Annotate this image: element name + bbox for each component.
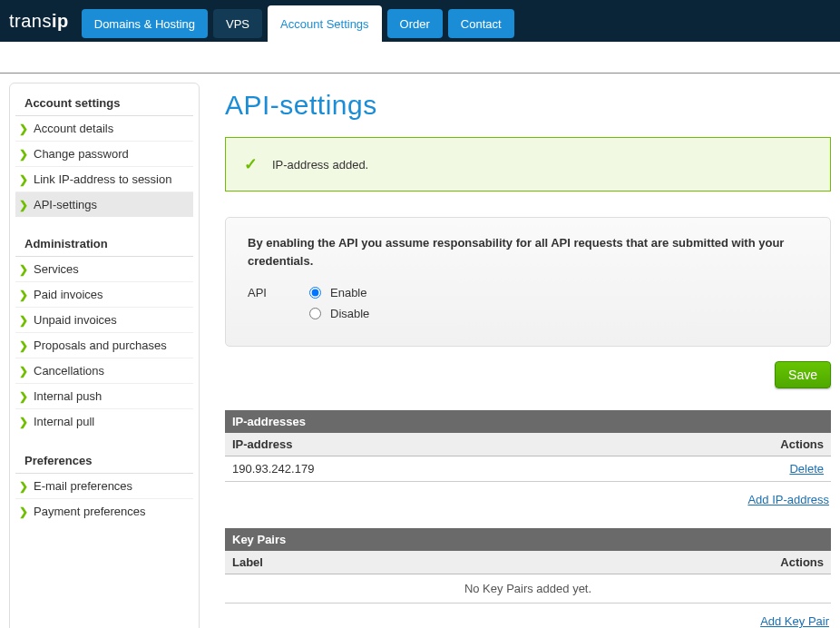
chevron-right-icon: ❯ xyxy=(19,505,28,518)
ip-col-ip: IP-address xyxy=(225,433,604,456)
brand-part1: trans xyxy=(9,11,52,31)
key-col-label: Label xyxy=(225,551,492,574)
sidebar-item-cancellations[interactable]: ❯Cancellations xyxy=(15,358,193,384)
save-button[interactable]: Save xyxy=(775,361,831,388)
sidebar-list-pref: ❯E-mail preferences ❯Payment preferences xyxy=(15,474,193,524)
sidebar-item-proposals[interactable]: ❯Proposals and purchases xyxy=(15,333,193,358)
sidebar-list-account: ❯Account details ❯Change password ❯Link … xyxy=(15,116,193,217)
radio-enable-input[interactable] xyxy=(309,287,321,299)
nav-account-settings[interactable]: Account Settings xyxy=(268,5,382,42)
sidebar-item-email-pref[interactable]: ❯E-mail preferences xyxy=(15,474,193,499)
table-row: 190.93.242.179 Delete xyxy=(225,456,831,482)
sidebar-item-internal-push[interactable]: ❯Internal push xyxy=(15,384,193,409)
ip-cell: 190.93.242.179 xyxy=(225,456,604,482)
chevron-right-icon: ❯ xyxy=(19,199,28,211)
chevron-right-icon: ❯ xyxy=(19,148,28,161)
main-nav: Domains & Hosting VPS Account Settings O… xyxy=(82,0,514,42)
keypair-table: Key Pairs Label Actions No Key Pairs add… xyxy=(225,528,831,603)
sidebar-item-change-password[interactable]: ❯Change password xyxy=(15,142,193,167)
topbar: transip Domains & Hosting VPS Account Se… xyxy=(0,0,840,42)
chevron-right-icon: ❯ xyxy=(19,416,28,428)
panel-description: By enabling the API you assume responsab… xyxy=(248,234,808,270)
sidebar-list-admin: ❯Services ❯Paid invoices ❯Unpaid invoice… xyxy=(15,257,193,434)
chevron-right-icon: ❯ xyxy=(19,263,28,276)
api-panel: By enabling the API you assume responsab… xyxy=(225,217,831,347)
nav-order[interactable]: Order xyxy=(387,9,443,38)
nav-vps[interactable]: VPS xyxy=(213,9,262,38)
sidebar-item-internal-pull[interactable]: ❯Internal pull xyxy=(15,409,193,434)
sidebar-item-paid-invoices[interactable]: ❯Paid invoices xyxy=(15,282,193,308)
sidebar-item-api-settings[interactable]: ❯API-settings xyxy=(15,192,193,217)
api-label: API xyxy=(248,286,269,299)
chevron-right-icon: ❯ xyxy=(19,173,28,186)
main-content: API-settings ✓ IP-address added. By enab… xyxy=(225,83,831,628)
chevron-right-icon: ❯ xyxy=(19,339,28,352)
chevron-right-icon: ❯ xyxy=(19,480,28,493)
check-icon: ✓ xyxy=(244,154,258,174)
alert-text: IP-address added. xyxy=(272,158,368,172)
key-col-actions: Actions xyxy=(492,551,831,574)
add-ip-link[interactable]: Add IP-address xyxy=(747,493,829,506)
chevron-right-icon: ❯ xyxy=(19,289,28,301)
key-table-title: Key Pairs xyxy=(225,528,831,551)
chevron-right-icon: ❯ xyxy=(19,314,28,327)
sidebar: Account settings ❯Account details ❯Chang… xyxy=(9,83,200,628)
delete-link[interactable]: Delete xyxy=(789,462,824,476)
sidebar-item-account-details[interactable]: ❯Account details xyxy=(15,116,193,142)
radio-disable[interactable]: Disable xyxy=(309,307,369,320)
chevron-right-icon: ❯ xyxy=(19,390,28,403)
sidebar-item-payment-pref[interactable]: ❯Payment preferences xyxy=(15,499,193,524)
container: Account settings ❯Account details ❯Chang… xyxy=(0,74,840,628)
key-empty: No Key Pairs added yet. xyxy=(225,574,831,603)
sidebar-heading-pref: Preferences xyxy=(15,446,193,474)
sidebar-heading-admin: Administration xyxy=(15,230,193,257)
ip-table: IP-addresses IP-address Actions 190.93.2… xyxy=(225,410,831,482)
add-keypair-link[interactable]: Add Key Pair xyxy=(760,614,829,628)
chevron-right-icon: ❯ xyxy=(19,123,28,135)
success-alert: ✓ IP-address added. xyxy=(225,137,831,191)
radio-enable[interactable]: Enable xyxy=(309,286,366,299)
sidebar-item-unpaid-invoices[interactable]: ❯Unpaid invoices xyxy=(15,308,193,333)
sidebar-item-link-ip[interactable]: ❯Link IP-address to session xyxy=(15,167,193,192)
brand-logo[interactable]: transip xyxy=(9,11,69,32)
nav-domains[interactable]: Domains & Hosting xyxy=(82,9,208,38)
ip-col-actions: Actions xyxy=(604,433,831,456)
radio-disable-input[interactable] xyxy=(309,308,321,319)
brand-part2: ip xyxy=(52,11,69,31)
chevron-right-icon: ❯ xyxy=(19,365,28,378)
sidebar-heading-account: Account settings xyxy=(15,89,193,116)
page-title: API-settings xyxy=(225,90,831,121)
nav-contact[interactable]: Contact xyxy=(448,9,514,38)
sidebar-item-services[interactable]: ❯Services xyxy=(15,257,193,282)
ip-table-title: IP-addresses xyxy=(225,410,831,433)
